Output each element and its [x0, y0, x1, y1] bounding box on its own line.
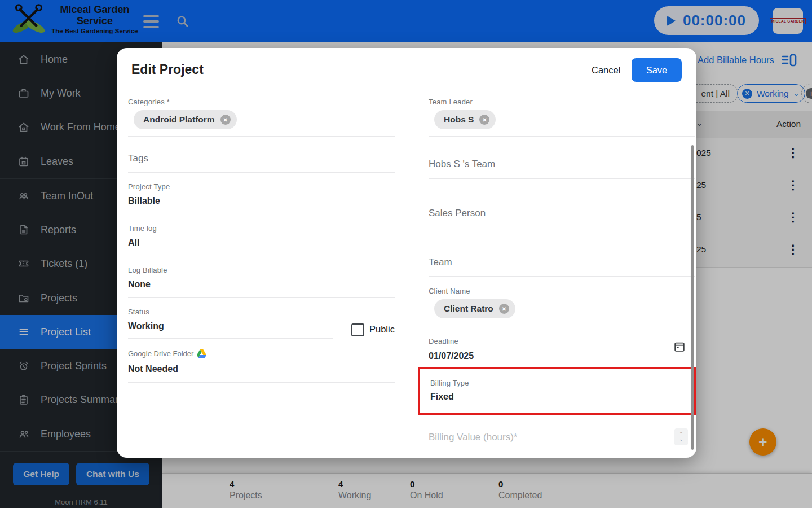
project-type-label: Project Type	[128, 182, 170, 191]
public-checkbox[interactable]	[351, 323, 364, 336]
modal-left-column: Categories * Android Platform ✕ Tags Pro…	[128, 48, 395, 458]
deadline-value[interactable]: 01/07/2025	[429, 351, 474, 361]
leader-team-input[interactable]: Hobs S 's Team	[429, 159, 495, 170]
modal-scrollbar[interactable]	[691, 145, 694, 450]
billing-type-highlight-box: Billing Type Fixed	[418, 367, 696, 415]
tags-input[interactable]: Tags	[128, 153, 148, 164]
billing-value-input[interactable]: Billing Value (hours)*	[429, 432, 517, 443]
log-billable-label: Log Billable	[128, 266, 167, 274]
remove-chip-icon[interactable]: ✕	[479, 115, 489, 125]
billing-type-value[interactable]: Fixed	[430, 392, 454, 402]
team-input[interactable]: Team	[429, 257, 452, 268]
team-leader-chip[interactable]: Hobs S ✕	[434, 110, 496, 129]
gdrive-label-row: Google Drive Folder	[128, 349, 206, 358]
gdrive-value[interactable]: Not Needed	[128, 364, 178, 374]
sales-person-input[interactable]: Sales Person	[429, 208, 486, 219]
log-billable-value[interactable]: None	[128, 279, 151, 290]
team-leader-label: Team Leader	[429, 98, 473, 106]
app-root: Miceal Garden Service The Best Gardening…	[0, 0, 812, 508]
calendar-picker-icon[interactable]	[673, 340, 686, 353]
remove-chip-icon[interactable]: ✕	[220, 115, 231, 125]
billing-type-label: Billing Type	[430, 379, 469, 387]
google-drive-icon	[197, 349, 206, 358]
remove-chip-icon[interactable]: ✕	[499, 304, 509, 314]
number-spinner[interactable]: ⌃⌄	[674, 428, 688, 445]
status-label: Status	[128, 308, 149, 316]
public-label: Public	[369, 324, 395, 335]
client-chip[interactable]: Client Ratro ✕	[434, 299, 515, 318]
edit-project-modal: Edit Project Cancel Save Categories * An…	[117, 48, 696, 458]
project-type-value[interactable]: Billable	[128, 196, 160, 206]
category-chip[interactable]: Android Platform ✕	[134, 110, 237, 129]
client-name-label: Client Name	[429, 287, 470, 295]
time-log-label: Time log	[128, 224, 157, 233]
status-value[interactable]: Working	[128, 321, 164, 331]
time-log-value[interactable]: All	[128, 238, 139, 248]
categories-label: Categories *	[128, 98, 170, 106]
deadline-label: Deadline	[429, 337, 458, 345]
